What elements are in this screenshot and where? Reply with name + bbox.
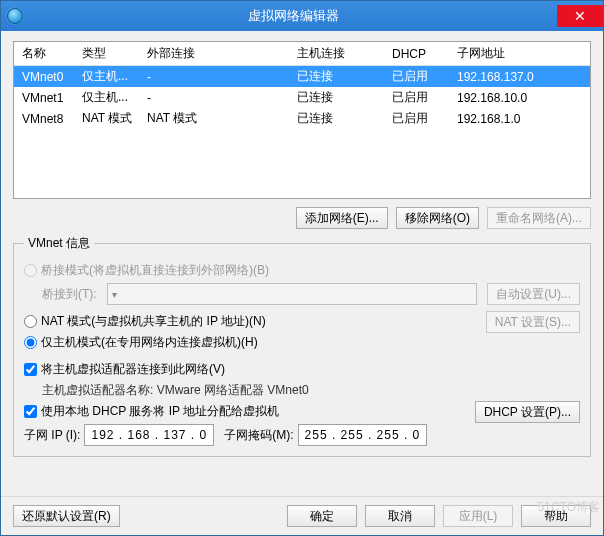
network-table[interactable]: 名称 类型 外部连接 主机连接 DHCP 子网地址 VMnet0仅主机...-已… (13, 41, 591, 199)
nat-settings-button: NAT 设置(S)... (486, 311, 580, 333)
cell-host: 已连接 (289, 87, 384, 108)
bridge-to-combo (107, 283, 478, 305)
network-buttons-row: 添加网络(E)... 移除网络(O) 重命名网络(A)... (13, 199, 591, 235)
cell-host: 已连接 (289, 66, 384, 88)
cancel-button[interactable]: 取消 (365, 505, 435, 527)
vmnet-info-group: VMnet 信息 桥接模式(将虚拟机直接连接到外部网络)(B) 桥接到(T): … (13, 235, 591, 457)
cell-ext: - (139, 87, 289, 108)
cell-subnet: 192.168.10.0 (449, 87, 590, 108)
table-row[interactable]: VMnet0仅主机...-已连接已启用192.168.137.0 (14, 66, 590, 88)
cell-name: VMnet8 (14, 108, 74, 129)
restore-defaults-button[interactable]: 还原默认设置(R) (13, 505, 120, 527)
col-type[interactable]: 类型 (74, 42, 139, 66)
content-area: 名称 类型 外部连接 主机连接 DHCP 子网地址 VMnet0仅主机...-已… (1, 31, 603, 496)
cell-ext: - (139, 66, 289, 88)
col-host[interactable]: 主机连接 (289, 42, 384, 66)
rename-network-button: 重命名网络(A)... (487, 207, 591, 229)
ok-button[interactable]: 确定 (287, 505, 357, 527)
vmnet-info-legend: VMnet 信息 (24, 235, 94, 252)
cell-dhcp: 已启用 (384, 66, 449, 88)
window-title: 虚拟网络编辑器 (29, 7, 557, 25)
use-dhcp-checkbox[interactable]: 使用本地 DHCP 服务将 IP 地址分配给虚拟机 (24, 403, 279, 420)
cell-dhcp: 已启用 (384, 108, 449, 129)
cell-name: VMnet0 (14, 66, 74, 88)
table-row[interactable]: VMnet8NAT 模式NAT 模式已连接已启用192.168.1.0 (14, 108, 590, 129)
col-dhcp[interactable]: DHCP (384, 42, 449, 66)
cell-name: VMnet1 (14, 87, 74, 108)
window: 虚拟网络编辑器 ✕ 名称 类型 外部连接 主机连接 DHCP 子网地址 VMne… (0, 0, 604, 536)
cell-host: 已连接 (289, 108, 384, 129)
nat-mode-radio[interactable]: NAT 模式(与虚拟机共享主机的 IP 地址)(N) (24, 313, 266, 330)
adapter-name-label: 主机虚拟适配器名称: VMware 网络适配器 VMnet0 (42, 382, 580, 399)
bridge-to-label: 桥接到(T): (42, 286, 97, 303)
apply-button: 应用(L) (443, 505, 513, 527)
connect-host-checkbox[interactable]: 将主机虚拟适配器连接到此网络(V) (24, 361, 225, 378)
subnet-ip-input[interactable]: 192 . 168 . 137 . 0 (84, 424, 214, 446)
help-button[interactable]: 帮助 (521, 505, 591, 527)
table-row[interactable]: VMnet1仅主机...-已连接已启用192.168.10.0 (14, 87, 590, 108)
app-icon (7, 8, 23, 24)
subnet-mask-label: 子网掩码(M): (224, 427, 293, 444)
cell-subnet: 192.168.1.0 (449, 108, 590, 129)
add-network-button[interactable]: 添加网络(E)... (296, 207, 388, 229)
col-name[interactable]: 名称 (14, 42, 74, 66)
host-only-radio[interactable]: 仅主机模式(在专用网络内连接虚拟机)(H) (24, 334, 258, 351)
bottom-bar: 还原默认设置(R) 确定 取消 应用(L) 帮助 (1, 496, 603, 535)
cell-type: 仅主机... (74, 66, 139, 88)
titlebar[interactable]: 虚拟网络编辑器 ✕ (1, 1, 603, 31)
subnet-mask-input[interactable]: 255 . 255 . 255 . 0 (298, 424, 428, 446)
cell-type: NAT 模式 (74, 108, 139, 129)
col-ext[interactable]: 外部连接 (139, 42, 289, 66)
table-header-row[interactable]: 名称 类型 外部连接 主机连接 DHCP 子网地址 (14, 42, 590, 66)
auto-set-button: 自动设置(U)... (487, 283, 580, 305)
remove-network-button[interactable]: 移除网络(O) (396, 207, 479, 229)
cell-type: 仅主机... (74, 87, 139, 108)
cell-ext: NAT 模式 (139, 108, 289, 129)
subnet-ip-label: 子网 IP (I): (24, 427, 80, 444)
col-subnet[interactable]: 子网地址 (449, 42, 590, 66)
dhcp-settings-button[interactable]: DHCP 设置(P)... (475, 401, 580, 423)
bridge-mode-radio: 桥接模式(将虚拟机直接连接到外部网络)(B) (24, 262, 269, 279)
close-button[interactable]: ✕ (557, 5, 603, 27)
cell-subnet: 192.168.137.0 (449, 66, 590, 88)
cell-dhcp: 已启用 (384, 87, 449, 108)
